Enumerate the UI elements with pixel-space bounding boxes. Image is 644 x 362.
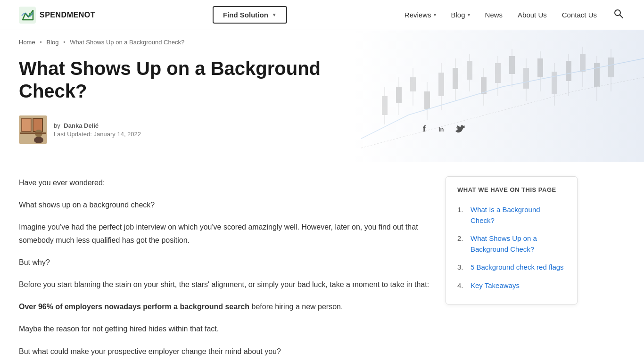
logo-text: SPENDMENOT xyxy=(40,11,95,19)
svg-rect-8 xyxy=(396,87,402,103)
svg-rect-30 xyxy=(552,72,557,94)
nav-reviews[interactable]: Reviews ▾ xyxy=(405,11,436,19)
linkedin-icon: in xyxy=(438,123,448,134)
svg-point-45 xyxy=(34,137,43,143)
breadcrumb-current: What Shows Up on a Background Check? xyxy=(70,39,184,46)
svg-rect-24 xyxy=(509,56,515,74)
breadcrumb-home[interactable]: Home xyxy=(19,39,35,46)
svg-rect-46 xyxy=(20,132,46,134)
logo[interactable]: SPENDMENOT xyxy=(19,7,95,24)
chevron-down-icon: ▾ xyxy=(468,12,470,17)
svg-rect-47 xyxy=(421,123,431,134)
paragraph-2: What shows up on a background check? xyxy=(19,198,431,211)
author-name: Danka Delić xyxy=(64,122,99,129)
chevron-down-icon: ▼ xyxy=(272,12,277,17)
avatar-image xyxy=(19,115,47,144)
facebook-share-button[interactable]: f xyxy=(421,123,431,136)
nav-news[interactable]: News xyxy=(485,11,503,19)
svg-text:f: f xyxy=(423,124,426,133)
svg-rect-38 xyxy=(608,58,614,77)
toc-item-3[interactable]: 3. 5 Background check red flags xyxy=(457,258,566,277)
paragraph-5: Before you start blaming the stain on yo… xyxy=(19,278,431,291)
search-button[interactable] xyxy=(612,7,625,23)
breadcrumb-blog[interactable]: Blog xyxy=(47,39,59,46)
svg-rect-34 xyxy=(580,54,586,72)
svg-rect-26 xyxy=(523,68,529,89)
svg-rect-32 xyxy=(566,61,571,81)
svg-rect-10 xyxy=(410,77,416,91)
svg-rect-28 xyxy=(537,58,543,77)
paragraph-4: But why? xyxy=(19,256,431,269)
toc-sidebar: WHAT WE HAVE ON THIS PAGE 1. What Is a B… xyxy=(446,176,578,362)
hero-section: Home • Blog • What Shows Up on a Backgro… xyxy=(0,30,644,162)
twitter-share-button[interactable] xyxy=(454,123,465,136)
svg-point-3 xyxy=(615,10,620,16)
social-icons: f in xyxy=(421,123,465,136)
paragraph-8: But what could make your prospective emp… xyxy=(19,345,431,358)
nav-about-us[interactable]: About Us xyxy=(518,11,547,19)
author-date: Last Updated: January 14, 2022 xyxy=(54,131,141,138)
nav-blog[interactable]: Blog ▾ xyxy=(451,11,470,19)
toc-item-1[interactable]: 1. What Is a Background Check? xyxy=(457,201,566,230)
toc-title: WHAT WE HAVE ON THIS PAGE xyxy=(457,186,566,193)
article-body: Have you ever wondered: What shows up on… xyxy=(19,176,431,362)
paragraph-3: Imagine you've had the perfect job inter… xyxy=(19,221,431,246)
breadcrumb-sep-2: • xyxy=(63,39,66,46)
chevron-down-icon: ▾ xyxy=(434,12,436,17)
facebook-icon: f xyxy=(421,123,431,134)
svg-rect-14 xyxy=(438,73,444,96)
find-solution-button[interactable]: Find Solution ▼ xyxy=(213,6,287,24)
svg-rect-41 xyxy=(22,119,31,131)
main-content: Have you ever wondered: What shows up on… xyxy=(0,162,644,362)
paragraph-6: Over 96% of employers nowadays perform a… xyxy=(19,300,431,313)
breadcrumb-sep-1: • xyxy=(40,39,42,46)
article-title: What Shows Up on a Background Check? xyxy=(0,49,377,112)
breadcrumb: Home • Blog • What Shows Up on a Backgro… xyxy=(0,30,644,49)
svg-rect-43 xyxy=(33,119,42,131)
bold-stat: Over 96% of employers nowadays perform a… xyxy=(19,303,249,311)
search-icon xyxy=(614,9,623,18)
paragraph-7: Maybe the reason for not getting hired h… xyxy=(19,322,431,335)
author-by-label: by Danka Delić xyxy=(54,122,141,129)
twitter-icon xyxy=(454,123,465,134)
svg-rect-36 xyxy=(594,63,600,87)
svg-rect-18 xyxy=(467,61,472,80)
nav-contact-us[interactable]: Contact Us xyxy=(562,11,597,19)
toc-box: WHAT WE HAVE ON THIS PAGE 1. What Is a B… xyxy=(446,176,578,304)
author-avatar xyxy=(19,115,47,144)
author-area: by Danka Delić Last Updated: January 14,… xyxy=(0,112,644,158)
toc-item-4[interactable]: 4. Key Takeaways xyxy=(457,277,566,295)
svg-rect-22 xyxy=(495,63,501,83)
svg-line-4 xyxy=(620,15,623,18)
author-meta: by Danka Delić Last Updated: January 14,… xyxy=(54,122,141,138)
toc-item-2[interactable]: 2. What Shows Up on a Background Check? xyxy=(457,230,566,258)
linkedin-share-button[interactable]: in xyxy=(438,123,448,136)
svg-rect-16 xyxy=(453,68,458,89)
site-header: SPENDMENOT Find Solution ▼ Reviews ▾ Blo… xyxy=(0,0,644,30)
logo-icon xyxy=(19,7,36,24)
paragraph-1: Have you ever wondered: xyxy=(19,176,431,189)
main-nav: Reviews ▾ Blog ▾ News About Us Contact U… xyxy=(405,7,625,23)
svg-text:in: in xyxy=(438,126,444,133)
svg-rect-12 xyxy=(424,91,430,109)
svg-rect-20 xyxy=(481,77,487,94)
